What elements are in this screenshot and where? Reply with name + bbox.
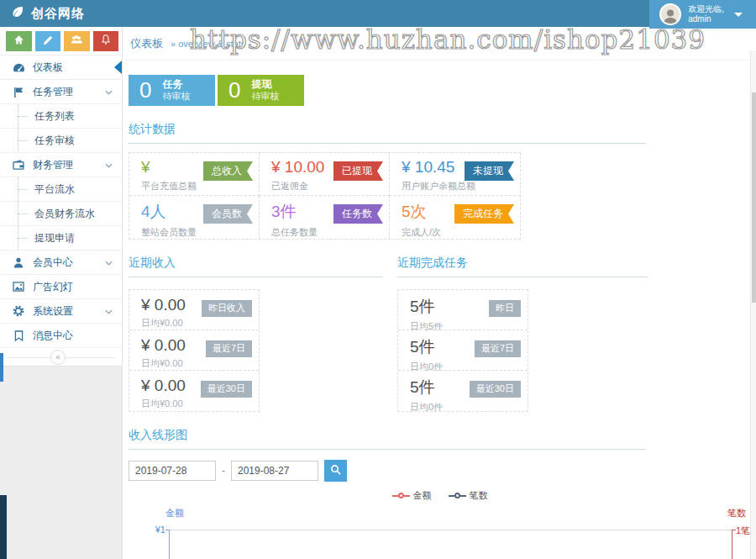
recent-income-title: 近期收入: [129, 256, 383, 277]
search-button[interactable]: [324, 460, 347, 482]
sidebar-item-member-center[interactable]: 会员中心: [0, 250, 122, 275]
brand: 创谷网络: [0, 0, 756, 27]
sidebar-item-label: 财务管理: [33, 158, 73, 172]
gauge-icon: [12, 62, 25, 73]
period-badge: 昨日收入: [202, 300, 252, 317]
welcome-text: 欢迎光临, admin: [688, 4, 724, 25]
sidebar-item-message-center[interactable]: 消息中心: [0, 324, 122, 348]
period-badge: 最近7日: [206, 340, 252, 357]
pencil-icon: [43, 34, 53, 49]
scrollbar-thumb[interactable]: [752, 92, 756, 303]
list-item: ¥ 0.00 日均¥0.00 最近7日: [129, 330, 259, 371]
chart-legend: 金额 笔数: [123, 489, 756, 502]
y-axis-right-line: [732, 530, 732, 559]
recent-tasks-box: 5件 日均5件 昨日 5件 日均0件 最近7日 5件 日均0件 最近30日: [397, 289, 528, 412]
legend-item-count[interactable]: 笔数: [449, 489, 488, 502]
flag-icon: [12, 87, 25, 98]
bell-icon: [101, 34, 111, 49]
top-header: 创谷网络: [0, 0, 756, 27]
stat-ribbon: 完成任务: [454, 204, 514, 224]
stat-not-withdrawn: ¥ 10.45 用户账户余额总额 未提现: [390, 153, 520, 196]
scrollbar[interactable]: [750, 50, 756, 559]
y-axis-right-label: 笔数: [727, 507, 746, 519]
sidebar-item-dashboard[interactable]: 仪表板: [0, 55, 122, 80]
y-axis-left-tick: ¥1: [132, 525, 165, 535]
legend-item-amount[interactable]: 金额: [392, 489, 432, 502]
notifications-button[interactable]: [93, 31, 119, 51]
stat-withdrawn: ¥ 10.00 已返佣金 已提现: [260, 153, 390, 196]
income-line-chart: 金额 笔数 ¥1 ¥0.8 1笔 0.8笔: [123, 505, 756, 559]
sidebar-item-system-settings[interactable]: 系统设置: [0, 299, 122, 324]
sidebar-menu: 仪表板 任务管理 任务列表 任务审核 财务管理 平台流水 会员财务流水 提现申请: [0, 55, 122, 367]
date-from-input[interactable]: [129, 461, 216, 481]
bookmark-icon: [12, 330, 25, 341]
pending-task-card[interactable]: 0 任务 待审核: [129, 75, 215, 106]
stat-ribbon: 未提现: [465, 161, 514, 181]
period-badge: 最近7日: [475, 340, 521, 357]
stat-tasks: 3件 总任务数量 任务数: [260, 196, 390, 239]
breadcrumb-current[interactable]: 仪表板: [130, 36, 163, 51]
sidebar-item-label: 系统设置: [33, 304, 73, 319]
chevron-down-icon: [105, 256, 113, 268]
legend-label: 笔数: [470, 489, 488, 502]
tick-mark: [165, 530, 169, 530]
pending-withdraw-card[interactable]: 0 提现 待审核: [218, 75, 304, 106]
date-filter: -: [129, 460, 756, 482]
pending-task-count: 0: [139, 77, 151, 103]
screen-edge-artifact: [0, 495, 7, 559]
stat-label: 完成人/次: [402, 226, 520, 239]
y-axis-left-label: 金额: [165, 507, 184, 519]
sidebar-item-task-list[interactable]: 任务列表: [0, 104, 122, 129]
sidebar-item-label: 消息中心: [33, 329, 73, 343]
chevron-down-icon: [105, 159, 113, 171]
list-item: 5件 日均0件 最近7日: [398, 330, 528, 371]
sidebar-item-label: 仪表板: [33, 61, 63, 75]
pending-withdraw-count: 0: [228, 77, 240, 103]
list-item: 5件 日均0件 最近30日: [398, 371, 528, 411]
date-to-input[interactable]: [231, 461, 318, 481]
period-badge: 最近30日: [470, 381, 521, 398]
recent-sub: 日均0件: [410, 401, 528, 414]
recent-income-box: ¥ 0.00 日均¥0.00 昨日收入 ¥ 0.00 日均¥0.00 最近7日 …: [129, 289, 260, 412]
stat-label: 整站会员数量: [141, 226, 259, 239]
period-badge: 昨日: [489, 300, 521, 317]
sidebar-item-label: 提现申请: [34, 231, 75, 245]
stats-section-title: 统计数据: [129, 122, 646, 144]
home-button[interactable]: [6, 31, 32, 51]
recent-sub: 日均¥0.00: [141, 317, 259, 330]
sidebar-item-finance-management[interactable]: 财务管理: [0, 153, 122, 177]
sidebar-item-label: 任务审核: [34, 134, 75, 148]
list-item: 5件 日均5件 昨日: [398, 290, 528, 330]
card-subtitle: 待审核: [251, 91, 279, 103]
sidebar-item-label: 任务列表: [34, 109, 75, 124]
sidebar-item-withdraw-request[interactable]: 提现申请: [0, 226, 122, 250]
chevron-down-icon: [105, 86, 113, 98]
sidebar-item-member-finance-flow[interactable]: 会员财务流水: [0, 202, 122, 226]
app-title: 创谷网络: [31, 6, 85, 22]
edit-button[interactable]: [35, 31, 61, 51]
sidebar-collapse-button[interactable]: «: [50, 350, 66, 365]
members-button[interactable]: [64, 31, 90, 51]
card-subtitle: 待审核: [162, 91, 190, 103]
recent-tasks-title: 近期完成任务: [397, 256, 648, 277]
active-marker: [114, 61, 122, 74]
legend-marker: [449, 493, 466, 498]
gridline: [169, 530, 732, 530]
stat-ribbon: 任务数: [333, 204, 383, 224]
leaf-logo-icon: [11, 5, 24, 22]
chart-section-title: 收入线形图: [129, 428, 646, 450]
main-content: 仪表板 » overview & stats 0 任务 待审核 0 提现 待审核…: [123, 27, 756, 559]
image-icon: [12, 282, 25, 292]
stat-label: 用户账户余额总额: [402, 180, 520, 192]
sidebar-item-label: 广告幻灯: [33, 280, 73, 294]
y-axis-right-tick: 1笔: [736, 525, 750, 537]
chevron-down-icon: [105, 305, 113, 317]
sidebar-item-platform-flow[interactable]: 平台流水: [0, 177, 122, 202]
sidebar-item-task-management[interactable]: 任务管理: [0, 80, 122, 104]
home-icon: [13, 34, 24, 49]
sidebar-item-task-review[interactable]: 任务审核: [0, 129, 122, 153]
user-icon: [12, 257, 25, 268]
user-menu[interactable]: 欢迎光临, admin: [649, 0, 756, 29]
sidebar-item-ad-slides[interactable]: 广告幻灯: [0, 275, 122, 299]
list-item: ¥ 0.00 日均¥0.00 最近30日: [129, 371, 259, 411]
